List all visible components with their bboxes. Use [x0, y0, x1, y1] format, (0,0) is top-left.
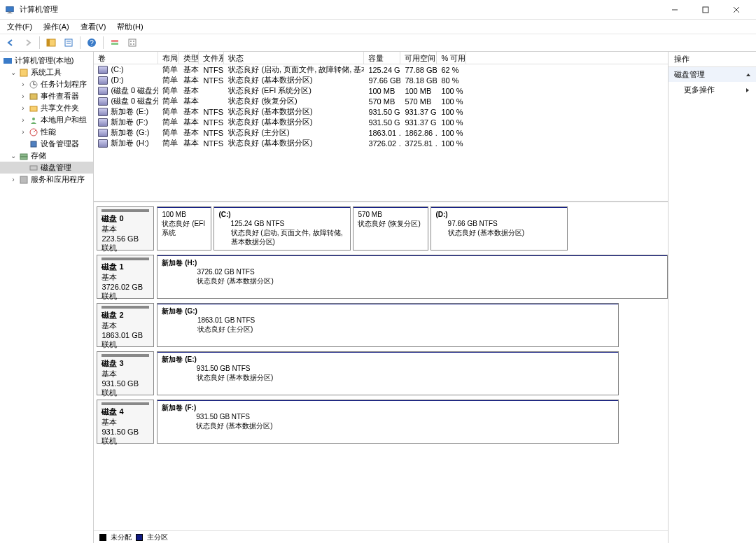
partition[interactable]: 新加卷 (H:)3726.02 GB NTFS状态良好 (基本数据分区) — [157, 255, 668, 299]
partition[interactable]: 570 MB状态良好 (恢复分区) — [353, 206, 428, 251]
tree-root[interactable]: 计算机管理(本地) — [0, 55, 93, 66]
partition[interactable]: 新加卷 (F:)931.50 GB NTFS状态良好 (基本数据分区) — [157, 400, 619, 444]
disk-row[interactable]: 磁盘 0基本223.56 GB联机100 MB状态良好 (EFI 系统(C:)1… — [97, 206, 668, 251]
tree-event-viewer[interactable]: ›事件查看器 — [0, 90, 93, 102]
refresh-button[interactable] — [107, 35, 122, 50]
col-filesystem[interactable]: 文件系统 — [199, 52, 224, 64]
menubar: 文件(F) 操作(A) 查看(V) 帮助(H) — [0, 20, 756, 34]
volume-icon — [98, 76, 108, 85]
svg-rect-22 — [20, 69, 27, 76]
svg-rect-15 — [111, 43, 118, 45]
disk-header[interactable]: 磁盘 0基本223.56 GB联机 — [97, 206, 154, 251]
table-row[interactable]: 新加卷 (E:)简单基本NTFS状态良好 (基本数据分区)931.50 GB93… — [94, 106, 668, 117]
disk-row[interactable]: 磁盘 4基本931.50 GB联机新加卷 (F:)931.50 GB NTFS状… — [97, 400, 668, 444]
menu-view[interactable]: 查看(V) — [75, 20, 112, 34]
menu-help[interactable]: 帮助(H) — [111, 20, 148, 34]
tree-local-users[interactable]: ›本地用户和组 — [0, 114, 93, 126]
disk-header[interactable]: 磁盘 4基本931.50 GB联机 — [97, 400, 154, 444]
table-row[interactable]: 新加卷 (G:)简单基本NTFS状态良好 (主分区)1863.01 …1862.… — [94, 127, 668, 138]
show-hide-button[interactable] — [43, 35, 59, 50]
main-content: 卷 布局 类型 文件系统 状态 容量 可用空间 % 可用 (C:)简单基本NTF… — [94, 52, 668, 543]
help-button[interactable]: ? — [84, 35, 99, 50]
svg-rect-2 — [8, 13, 13, 13]
volume-icon — [98, 139, 108, 148]
chevron-right-icon — [746, 88, 749, 92]
maximize-button[interactable] — [690, 0, 721, 20]
partition[interactable]: 新加卷 (G:)1863.01 GB NTFS状态良好 (主分区) — [157, 303, 619, 347]
disk-row[interactable]: 磁盘 1基本3726.02 GB联机新加卷 (H:)3726.02 GB NTF… — [97, 255, 668, 299]
forward-button[interactable] — [20, 35, 36, 50]
svg-line-30 — [34, 130, 36, 132]
partition[interactable]: (C:)125.24 GB NTFS状态良好 (启动, 页面文件, 故障转储, … — [214, 206, 351, 251]
properties-button[interactable] — [61, 35, 76, 50]
partition[interactable]: 100 MB状态良好 (EFI 系统 — [157, 206, 211, 251]
tree-disk-management[interactable]: 磁盘管理 — [0, 162, 93, 174]
toolbar: ? — [0, 34, 756, 52]
chevron-up-icon — [746, 73, 750, 76]
disk-header[interactable]: 磁盘 1基本3726.02 GB联机 — [97, 255, 154, 299]
actions-section[interactable]: 磁盘管理 — [668, 67, 756, 82]
svg-rect-0 — [6, 6, 14, 11]
app-icon — [4, 4, 15, 15]
svg-rect-21 — [4, 58, 12, 64]
svg-text:?: ? — [90, 39, 94, 47]
legend-unallocated: 未分配 — [111, 533, 132, 542]
menu-file[interactable]: 文件(F) — [1, 20, 38, 34]
col-status[interactable]: 状态 — [224, 52, 364, 64]
table-row[interactable]: 新加卷 (F:)简单基本NTFS状态良好 (基本数据分区)931.50 GB93… — [94, 117, 668, 127]
svg-rect-34 — [30, 166, 37, 170]
col-free[interactable]: 可用空间 — [400, 52, 437, 64]
disk-map[interactable]: 磁盘 0基本223.56 GB联机100 MB状态良好 (EFI 系统(C:)1… — [94, 202, 668, 530]
close-button[interactable] — [721, 0, 752, 20]
legend-primary: 主分区 — [147, 533, 168, 542]
actions-header: 操作 — [668, 52, 756, 67]
disk-row[interactable]: 磁盘 2基本1863.01 GB联机新加卷 (G:)1863.01 GB NTF… — [97, 303, 668, 347]
volume-icon — [98, 129, 108, 137]
divider-icon — [80, 36, 80, 49]
svg-point-17 — [130, 41, 132, 42]
table-row[interactable]: 新加卷 (H:)简单基本NTFS状态良好 (基本数据分区)3726.02 …37… — [94, 138, 668, 148]
menu-action[interactable]: 操作(A) — [38, 20, 75, 34]
volume-icon — [98, 118, 108, 127]
tree-shared-folders[interactable]: ›共享文件夹 — [0, 102, 93, 114]
disk-header[interactable]: 磁盘 2基本1863.01 GB联机 — [97, 303, 154, 347]
col-percent[interactable]: % 可用 — [437, 52, 466, 64]
window-title: 计算机管理 — [20, 4, 58, 15]
minimize-button[interactable] — [659, 0, 690, 20]
col-layout[interactable]: 布局 — [158, 52, 179, 64]
disk-row[interactable]: 磁盘 3基本931.50 GB联机新加卷 (E:)931.50 GB NTFS状… — [97, 351, 668, 395]
tree-services[interactable]: ›服务和应用程序 — [0, 174, 93, 185]
tree-task-scheduler[interactable]: ›任务计划程序 — [0, 78, 93, 90]
grid-header: 卷 布局 类型 文件系统 状态 容量 可用空间 % 可用 — [94, 52, 668, 64]
svg-rect-16 — [129, 39, 136, 46]
legend-swatch-primary — [136, 534, 143, 541]
tree-storage[interactable]: ⌄存储 — [0, 150, 93, 162]
svg-rect-8 — [47, 39, 50, 46]
volume-list[interactable]: 卷 布局 类型 文件系统 状态 容量 可用空间 % 可用 (C:)简单基本NTF… — [94, 52, 668, 202]
tree-device-manager[interactable]: 设备管理器 — [0, 138, 93, 150]
volume-icon — [98, 87, 108, 95]
list-button[interactable] — [125, 35, 140, 50]
partition[interactable]: 新加卷 (E:)931.50 GB NTFS状态良好 (基本数据分区) — [157, 351, 619, 395]
svg-point-20 — [133, 43, 134, 45]
partition[interactable]: (D:)97.66 GB NTFS状态良好 (基本数据分区) — [430, 206, 568, 251]
nav-tree[interactable]: 计算机管理(本地) ⌄系统工具 ›任务计划程序 ›事件查看器 ›共享文件夹 ›本… — [0, 52, 94, 543]
col-capacity[interactable]: 容量 — [364, 52, 400, 64]
table-row[interactable]: (磁盘 0 磁盘分区 4)简单基本状态良好 (恢复分区)570 MB570 MB… — [94, 96, 668, 106]
table-row[interactable]: (磁盘 0 磁盘分区 2)简单基本状态良好 (EFI 系统分区)100 MB10… — [94, 85, 668, 96]
disk-header[interactable]: 磁盘 3基本931.50 GB联机 — [97, 351, 154, 395]
col-type[interactable]: 类型 — [179, 52, 199, 64]
svg-rect-33 — [20, 157, 27, 160]
back-button[interactable] — [3, 35, 18, 50]
volume-icon — [98, 66, 108, 74]
svg-point-28 — [32, 118, 35, 120]
table-row[interactable]: (C:)简单基本NTFS状态良好 (启动, 页面文件, 故障转储, 基本数据分区… — [94, 64, 668, 75]
tree-system-tools[interactable]: ⌄系统工具 — [0, 66, 93, 78]
volume-icon — [98, 97, 108, 106]
col-volume[interactable]: 卷 — [94, 52, 158, 64]
actions-pane: 操作 磁盘管理 更多操作 — [668, 52, 756, 543]
tree-performance[interactable]: ›性能 — [0, 126, 93, 138]
table-row[interactable]: (D:)简单基本NTFS状态良好 (基本数据分区)97.66 GB78.18 G… — [94, 75, 668, 85]
legend: 未分配 主分区 — [94, 530, 668, 543]
actions-more[interactable]: 更多操作 — [668, 82, 756, 98]
